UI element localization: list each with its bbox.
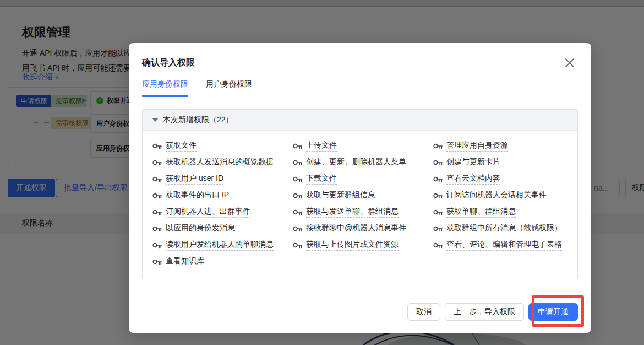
permissions-column-2: 上传文件 创建、更新、删除机器人菜单 下载文件 获取与更新群组信息 获取与发送单… xyxy=(293,138,433,270)
permission-item[interactable]: 获取单聊、群组消息 xyxy=(433,204,577,220)
permission-item[interactable]: 获取机器人发送消息的概览数据 xyxy=(152,154,293,171)
permission-label: 管理应用自身资源 xyxy=(446,141,508,152)
new-permissions-section: 本次新增权限（22） 获取文件 获取机器人发送消息的概览数据 获取用户 user… xyxy=(142,109,578,279)
permission-label: 创建、更新、删除机器人菜单 xyxy=(306,157,406,168)
key-icon xyxy=(433,159,443,166)
permission-label: 获取文件 xyxy=(166,141,197,152)
permission-label: 订阅访问机器人会话相关事件 xyxy=(446,190,547,201)
key-icon xyxy=(433,192,443,200)
back-import-permissions-button[interactable]: 上一步，导入权限 xyxy=(445,303,524,321)
key-icon xyxy=(152,143,162,150)
permission-label: 查看云文档内容 xyxy=(446,174,500,185)
permission-label: 获取单聊、群组消息 xyxy=(446,207,516,218)
key-icon xyxy=(293,242,302,249)
key-icon xyxy=(152,159,162,166)
key-icon xyxy=(152,258,162,266)
apply-activate-button[interactable]: 申请开通 xyxy=(528,303,578,321)
key-icon xyxy=(293,159,302,166)
key-icon xyxy=(433,225,443,233)
permission-item[interactable]: 以应用的身份发消息 xyxy=(152,220,293,237)
permission-item[interactable]: 获取群组中所有消息（敏感权限） xyxy=(433,220,577,237)
chevron-down-icon xyxy=(152,118,158,122)
cancel-button[interactable]: 取消 xyxy=(407,303,440,321)
key-icon xyxy=(293,192,302,200)
permission-label: 获取用户 user ID xyxy=(166,174,223,185)
key-icon xyxy=(152,225,162,233)
permission-label: 下载文件 xyxy=(306,174,337,185)
key-icon xyxy=(293,176,302,183)
key-icon xyxy=(152,192,162,200)
permission-label: 查看、评论、编辑和管理电子表格 xyxy=(446,240,562,251)
permissions-column-1: 获取文件 获取机器人发送消息的概览数据 获取用户 user ID 获取事件的出口… xyxy=(152,138,293,270)
permission-label: 接收群聊中@机器人消息事件 xyxy=(306,223,406,234)
permission-label: 获取机器人发送消息的概览数据 xyxy=(166,157,274,168)
permission-item[interactable]: 订阅访问机器人会话相关事件 xyxy=(433,187,577,204)
permission-item[interactable]: 读取用户发给机器人的单聊消息 xyxy=(152,237,293,254)
permission-label: 获取与更新群组信息 xyxy=(306,190,375,201)
section-header-label: 本次新增权限（22） xyxy=(163,115,233,125)
permission-label: 查看知识库 xyxy=(166,256,204,267)
key-icon xyxy=(152,176,162,183)
permission-item[interactable]: 获取与更新群组信息 xyxy=(293,187,433,204)
tab-app-identity-permissions[interactable]: 应用身份权限 xyxy=(142,79,188,97)
key-icon xyxy=(152,242,162,249)
dialog-footer: 取消 上一步，导入权限 申请开通 xyxy=(407,303,578,321)
permission-label: 获取与发送单聊、群组消息 xyxy=(306,207,399,218)
new-permissions-section-header[interactable]: 本次新增权限（22） xyxy=(143,110,577,131)
key-icon xyxy=(293,143,302,150)
permission-item[interactable]: 下载文件 xyxy=(293,171,433,187)
tab-user-identity-permissions[interactable]: 用户身份权限 xyxy=(206,79,252,96)
permission-item[interactable]: 获取用户 user ID xyxy=(152,171,293,187)
permission-item[interactable]: 获取文件 xyxy=(152,138,293,154)
permission-item[interactable]: 创建、更新、删除机器人菜单 xyxy=(293,154,433,171)
confirm-import-permissions-dialog: 确认导入权限 应用身份权限 用户身份权限 本次新增权限（22） 获取文件 获取机… xyxy=(129,43,591,333)
permission-label: 创建与更新卡片 xyxy=(446,157,500,168)
key-icon xyxy=(433,176,443,183)
permission-item[interactable]: 上传文件 xyxy=(293,138,433,154)
close-icon[interactable] xyxy=(564,57,576,69)
key-icon xyxy=(293,209,302,216)
dialog-title: 确认导入权限 xyxy=(142,57,195,69)
permissions-grid: 获取文件 获取机器人发送消息的概览数据 获取用户 user ID 获取事件的出口… xyxy=(143,131,577,270)
permission-item[interactable]: 订阅机器人进、出群事件 xyxy=(152,204,293,220)
key-icon xyxy=(433,143,443,150)
permissions-column-3: 管理应用自身资源 创建与更新卡片 查看云文档内容 订阅访问机器人会话相关事件 获… xyxy=(433,138,577,270)
permission-item[interactable]: 获取与发送单聊、群组消息 xyxy=(293,204,433,220)
key-icon xyxy=(152,209,162,216)
permission-item[interactable]: 查看云文档内容 xyxy=(433,171,577,187)
permission-item[interactable]: 获取与上传图片或文件资源 xyxy=(293,237,433,254)
key-icon xyxy=(433,242,443,249)
permission-item[interactable]: 查看、评论、编辑和管理电子表格 xyxy=(433,237,577,254)
permission-item[interactable]: 创建与更新卡片 xyxy=(433,154,577,171)
permission-item[interactable]: 查看知识库 xyxy=(152,254,293,270)
permission-item[interactable]: 管理应用自身资源 xyxy=(433,138,577,154)
key-icon xyxy=(293,225,302,233)
dialog-tabs: 应用身份权限 用户身份权限 xyxy=(142,79,578,96)
screen: 权限管理 开通 API 权限后，应用才能以应用身 用飞书 API 时，应用可能还… xyxy=(0,0,644,345)
permission-label: 读取用户发给机器人的单聊消息 xyxy=(166,240,274,251)
permission-label: 以应用的身份发消息 xyxy=(166,223,235,234)
permission-item[interactable]: 获取事件的出口 IP xyxy=(152,187,293,204)
permission-item[interactable]: 接收群聊中@机器人消息事件 xyxy=(293,220,433,237)
permission-label: 获取群组中所有消息（敏感权限） xyxy=(446,223,562,234)
permission-label: 获取事件的出口 IP xyxy=(166,190,229,201)
key-icon xyxy=(433,209,443,216)
permission-label: 订阅机器人进、出群事件 xyxy=(166,207,250,218)
permission-label: 上传文件 xyxy=(306,141,337,152)
permission-label: 获取与上传图片或文件资源 xyxy=(306,240,399,251)
